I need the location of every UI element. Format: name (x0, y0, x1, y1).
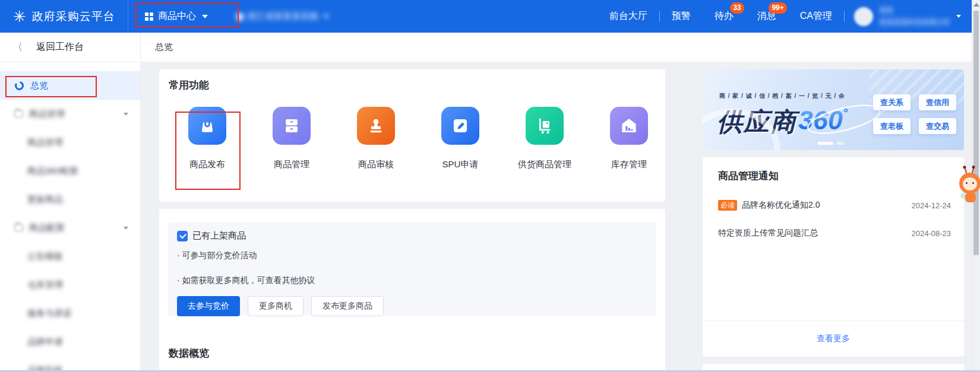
todo-count-badge: 33 (730, 2, 744, 14)
user-name: 某某 (879, 5, 950, 15)
sidebar-item-blurred[interactable]: 服务与承诺 (0, 299, 140, 328)
supplier-360-banner[interactable]: 商 / 家 / 诚 / 信 / 档 / 案 / 一 / 览 / 无 / 余 供应… (703, 69, 964, 150)
banner-title-text: 供应商 (717, 105, 797, 139)
scroll-up-arrow-icon[interactable] (973, 3, 979, 7)
publish-more-products-button[interactable]: 发布更多商品 (311, 296, 384, 316)
common-functions-title: 常用功能 (169, 78, 209, 92)
hand-truck-icon (526, 107, 564, 145)
sidebar-item-blurred[interactable]: 品牌列表 (0, 356, 140, 372)
more-opportunities-button[interactable]: 更多商机 (248, 296, 304, 316)
function-product-manage[interactable]: 商品管理 (249, 107, 334, 170)
nav-todo[interactable]: 待办 33 (703, 10, 745, 23)
location-pin-icon (235, 11, 245, 21)
cabinet-icon (273, 107, 311, 145)
sidebar-item-blurred[interactable]: 商品360检测 (0, 157, 140, 185)
data-overview-title: 数据概览 (169, 346, 209, 360)
sidebar-item-blurred[interactable]: 公告模板 (0, 242, 140, 271)
sidebar-item-blurred[interactable]: 品牌申请 (0, 328, 140, 356)
item-label-blurred: 仓库管理 (27, 279, 63, 291)
item-label-blurred: 商品360检测 (27, 166, 78, 177)
carousel-dot[interactable] (837, 142, 844, 145)
carousel-dot-active[interactable] (818, 142, 833, 145)
check-relations-button[interactable]: 查关系 (873, 94, 911, 110)
item-label-blurred: 更新商品 (27, 194, 63, 205)
banner-buttons: 查关系 查信用 查老板 查交易 (873, 94, 956, 134)
check-boss-button[interactable]: 查老板 (873, 118, 911, 134)
chevron-down-icon (323, 15, 329, 18)
notice-item[interactable]: 必读 品牌名称优化通知2.0 2024-12-24 (718, 199, 951, 212)
folder-icon (14, 224, 23, 231)
app-menu-product-center[interactable]: 商品中心 (139, 7, 214, 26)
sidebar-group-2[interactable]: 商品配置 (0, 214, 140, 242)
header-divider (128, 0, 128, 33)
folder-icon (14, 110, 23, 117)
sidebar: 〈 返回工作台 总览 商品管理 商品管理 商品360检测 更新商品 商品配置 公… (0, 33, 141, 372)
function-grid: 商品发布 商品管理 商品审核 (165, 107, 671, 170)
warehouse-chart-icon (610, 107, 648, 145)
app-menu-label: 商品中心 (158, 10, 196, 23)
sidebar-item-blurred[interactable]: 商品管理 (0, 128, 140, 157)
notice-title: 商品管理通知 (718, 169, 779, 183)
view-more-link[interactable]: 查看更多 (817, 333, 850, 344)
pencil-square-icon (441, 107, 479, 145)
listed-products-info-box: 已有上架商品 · 可参与部分竞价活动 · 如需获取更多商机，可查看其他协议 去参… (168, 222, 656, 316)
platform-logo-icon: ✳ (13, 9, 26, 24)
user-menu-caret-icon[interactable] (956, 15, 961, 18)
collapse-caret-icon (124, 227, 128, 230)
nav-warning[interactable]: 预警 (660, 10, 703, 23)
back-to-workspace[interactable]: 〈 返回工作台 (0, 33, 140, 62)
mascot-eye (966, 182, 968, 184)
sidebar-item-overview[interactable]: 总览 (0, 71, 140, 100)
user-avatar[interactable] (854, 7, 873, 26)
user-info-blurred[interactable]: 某某 某某某某科技有限公司 (879, 5, 950, 27)
function-label: 供货商品管理 (518, 159, 571, 170)
function-label: 商品管理 (274, 159, 309, 170)
carousel-indicator[interactable] (818, 142, 844, 145)
collapse-caret-icon (124, 113, 128, 116)
chevron-left-icon: 〈 (14, 40, 23, 54)
notice-item[interactable]: 特定资质上传常见问题汇总 2024-08-23 (718, 227, 951, 240)
breadcrumb-bar: 总览 (141, 33, 972, 62)
function-label: 商品发布 (189, 159, 225, 170)
sidebar-item-blurred[interactable]: 仓库管理 (0, 271, 140, 299)
item-label-blurred: 商品管理 (27, 137, 63, 148)
message-count-badge: 99+ (769, 2, 786, 14)
shopping-bag-icon (188, 107, 226, 145)
assistant-mascot[interactable] (958, 168, 980, 205)
region-selector-blurred[interactable]: 浙江省某某某采购 (236, 11, 329, 22)
sidebar-item-blurred[interactable]: 更新商品 (0, 185, 140, 214)
notice-item-title: 特定资质上传常见问题汇总 (718, 228, 818, 239)
check-credit-button[interactable]: 查信用 (919, 94, 956, 110)
banner-tagline: 商 / 家 / 诚 / 信 / 档 / 案 / 一 / 览 / 无 / 余 (719, 92, 845, 100)
item-label-blurred: 品牌申请 (27, 336, 63, 348)
brand-title: 政府采购云平台 (32, 9, 115, 24)
common-functions-panel: 常用功能 商品发布 商品管理 (159, 69, 665, 202)
function-product-review[interactable]: 商品审核 (334, 107, 418, 170)
scrollbar-thumb[interactable] (973, 11, 979, 255)
must-read-badge: 必读 (718, 200, 737, 211)
overview-donut-icon (14, 81, 24, 91)
sidebar-group-1[interactable]: 商品管理 (0, 100, 140, 128)
item-label-blurred: 服务与承诺 (27, 308, 72, 319)
item-label-blurred: 公告模板 (27, 251, 63, 262)
function-supply-product-manage[interactable]: 供货商品管理 (502, 107, 587, 170)
function-inventory-manage[interactable]: 库存管理 (587, 107, 671, 170)
function-spu-apply[interactable]: SPU申请 (418, 107, 502, 170)
banner-title-360: 360 (798, 105, 843, 136)
nav-ca-management[interactable]: CA管理 (788, 10, 844, 23)
nav-message[interactable]: 消息 99+ (745, 10, 788, 23)
nav-front-hall[interactable]: 前台大厅 (598, 10, 659, 23)
banner-title: 供应商 360 ° (717, 105, 848, 139)
function-label: 库存管理 (611, 159, 647, 170)
info-title: 已有上架商品 (192, 230, 246, 241)
mascot-body (965, 193, 976, 202)
function-product-publish[interactable]: 商品发布 (165, 107, 249, 170)
grid-icon (145, 12, 153, 21)
info-line-2: · 如需获取更多商机，可查看其他协议 (177, 275, 647, 286)
check-transactions-button[interactable]: 查交易 (919, 118, 956, 134)
breadcrumb: 总览 (155, 42, 173, 53)
business-panel: 已有上架商品 · 可参与部分竞价活动 · 如需获取更多商机，可查看其他协议 去参… (159, 209, 665, 372)
join-bidding-button[interactable]: 去参与竞价 (177, 296, 240, 316)
overview-label: 总览 (30, 80, 48, 91)
function-label: 商品审核 (358, 159, 394, 170)
